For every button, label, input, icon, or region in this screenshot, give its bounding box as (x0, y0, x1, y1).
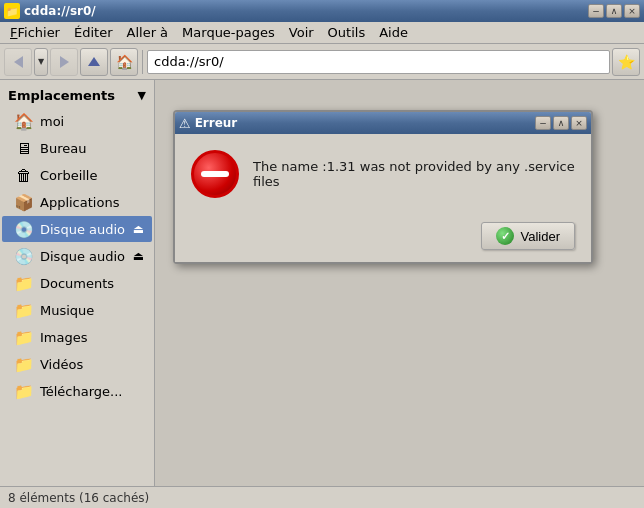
videos-icon: 📁 (14, 354, 34, 374)
error-icon (191, 150, 239, 198)
chevron-down-icon: ▼ (38, 57, 44, 66)
dialog-content: The name :1.31 was not provided by any .… (175, 134, 591, 214)
address-text: cdda://sr0/ (154, 54, 224, 69)
valider-button[interactable]: Valider (481, 222, 575, 250)
menu-marque[interactable]: Marque-pages (176, 23, 281, 42)
sidebar-item-label: Vidéos (40, 357, 83, 372)
close-button[interactable]: × (624, 4, 640, 18)
sidebar-item-label: Télécharge... (40, 384, 122, 399)
sidebar-item-images[interactable]: 📁 Images (2, 324, 152, 350)
sidebar-item-moi[interactable]: 🏠 moi (2, 108, 152, 134)
address-bar[interactable]: cdda://sr0/ (147, 50, 610, 74)
home-button[interactable]: 🏠 (110, 48, 138, 76)
dialog-title-text: Erreur (195, 116, 238, 130)
dialog-title-left: ⚠ Erreur (179, 116, 237, 131)
sidebar-item-corbeille[interactable]: 🗑 Corbeille (2, 162, 152, 188)
sidebar-toggle-icon: ▼ (138, 89, 146, 102)
sidebar-header-label: Emplacements (8, 88, 115, 103)
applications-icon: 📦 (14, 192, 34, 212)
title-bar: 📁 cdda://sr0/ − ∧ × (0, 0, 644, 22)
error-dialog: ⚠ Erreur − ∧ × The name :1.31 was not pr… (173, 110, 593, 264)
sidebar-item-applications[interactable]: 📦 Applications (2, 189, 152, 215)
dialog-maximize-button[interactable]: ∧ (553, 116, 569, 130)
sidebar-item-disque1[interactable]: 💿 Disque audio ⏏ (2, 216, 152, 242)
menu-bar: FFichier Éditer Aller à Marque-pages Voi… (0, 22, 644, 44)
bookmarks-button[interactable]: ⭐ (612, 48, 640, 76)
sidebar-item-telechargements[interactable]: 📁 Télécharge... (2, 378, 152, 404)
menu-outils[interactable]: Outils (322, 23, 372, 42)
documents-icon: 📁 (14, 273, 34, 293)
dialog-message: The name :1.31 was not provided by any .… (253, 159, 575, 189)
up-icon (88, 57, 100, 66)
minimize-button[interactable]: − (588, 4, 604, 18)
sidebar-item-label: Applications (40, 195, 119, 210)
menu-voir[interactable]: Voir (283, 23, 320, 42)
menu-editer[interactable]: Éditer (68, 23, 119, 42)
sidebar-item-videos[interactable]: 📁 Vidéos (2, 351, 152, 377)
menu-fichier[interactable]: FFichier (4, 23, 66, 42)
images-icon: 📁 (14, 327, 34, 347)
sidebar-item-label: Bureau (40, 141, 86, 156)
sidebar-item-disque2[interactable]: 💿 Disque audio ⏏ (2, 243, 152, 269)
sidebar-header[interactable]: Emplacements ▼ (0, 84, 154, 107)
disc1-eject-icon: ⏏ (133, 222, 144, 236)
back-button[interactable] (4, 48, 32, 76)
telechargements-icon: 📁 (14, 381, 34, 401)
main-area: Emplacements ▼ 🏠 moi 🖥 Bureau 🗑 Corbeill… (0, 80, 644, 486)
dialog-footer: Valider (175, 214, 591, 262)
desktop-icon: 🖥 (14, 138, 34, 158)
sidebar-item-label: Corbeille (40, 168, 97, 183)
sidebar-item-label: Disque audio (40, 222, 125, 237)
back-icon (14, 56, 23, 68)
maximize-button[interactable]: ∧ (606, 4, 622, 18)
sidebar-item-label: moi (40, 114, 64, 129)
status-bar: 8 éléments (16 cachés) (0, 486, 644, 508)
sidebar: Emplacements ▼ 🏠 moi 🖥 Bureau 🗑 Corbeill… (0, 80, 155, 486)
toolbar-separator (142, 50, 143, 74)
home-icon: 🏠 (14, 111, 34, 131)
musique-icon: 📁 (14, 300, 34, 320)
trash-icon: 🗑 (14, 165, 34, 185)
sidebar-item-bureau[interactable]: 🖥 Bureau (2, 135, 152, 161)
up-button[interactable] (80, 48, 108, 76)
dialog-minimize-button[interactable]: − (535, 116, 551, 130)
window-title: cdda://sr0/ (24, 4, 96, 18)
valider-label: Valider (520, 229, 560, 244)
dialog-title-controls: − ∧ × (535, 116, 587, 130)
disc1-icon: 💿 (14, 219, 34, 239)
dialog-close-button[interactable]: × (571, 116, 587, 130)
sidebar-item-label: Disque audio (40, 249, 125, 264)
valider-icon (496, 227, 514, 245)
menu-aide[interactable]: Aide (373, 23, 414, 42)
dialog-warning-icon: ⚠ (179, 116, 191, 131)
back-dropdown-button[interactable]: ▼ (34, 48, 48, 76)
status-text: 8 éléments (16 cachés) (8, 491, 149, 505)
dialog-title-bar: ⚠ Erreur − ∧ × (175, 112, 591, 134)
title-bar-controls: − ∧ × (588, 4, 640, 18)
disc2-eject-icon: ⏏ (133, 249, 144, 263)
forward-icon (60, 56, 69, 68)
disc2-icon: 💿 (14, 246, 34, 266)
menu-aller[interactable]: Aller à (121, 23, 175, 42)
sidebar-item-musique[interactable]: 📁 Musique (2, 297, 152, 323)
sidebar-item-documents[interactable]: 📁 Documents (2, 270, 152, 296)
content-area: ⚠ Erreur − ∧ × The name :1.31 was not pr… (155, 80, 644, 486)
title-bar-left: 📁 cdda://sr0/ (4, 3, 96, 19)
toolbar: ▼ 🏠 cdda://sr0/ ⭐ (0, 44, 644, 80)
forward-button[interactable] (50, 48, 78, 76)
sidebar-item-label: Images (40, 330, 88, 345)
sidebar-item-label: Documents (40, 276, 114, 291)
window-icon: 📁 (4, 3, 20, 19)
sidebar-item-label: Musique (40, 303, 94, 318)
